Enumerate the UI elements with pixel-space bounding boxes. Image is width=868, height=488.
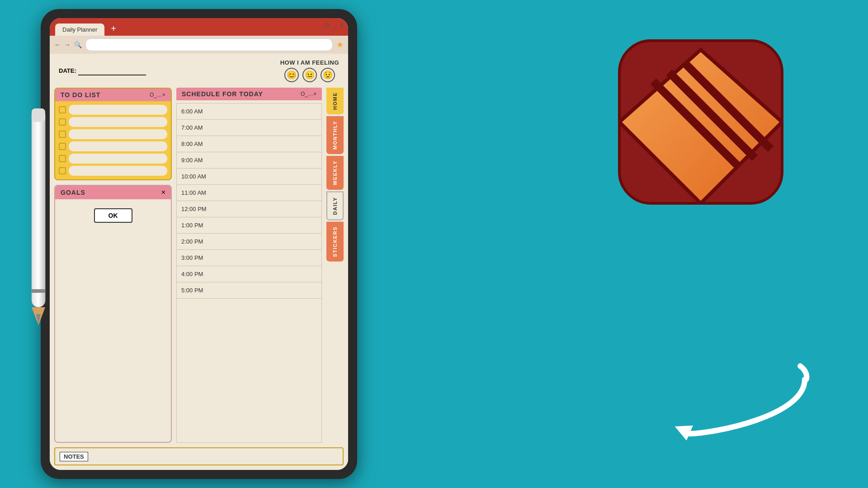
tab-label: Daily Planner xyxy=(62,26,97,33)
notes-widget[interactable]: NOTES xyxy=(54,447,344,465)
tablet-screen: Daily Planner + O _ X ← → 🔍 ★ ^ xyxy=(50,18,348,470)
todo-line[interactable] xyxy=(69,129,167,139)
add-tab-button[interactable]: + xyxy=(106,22,121,36)
todo-item xyxy=(59,166,167,176)
time-label: 8:00 AM xyxy=(177,138,217,150)
arrow xyxy=(660,352,823,452)
date-label: DATE: xyxy=(59,67,76,74)
bookmark-icon[interactable]: ★ xyxy=(336,40,344,50)
todo-title: TO DO LIST xyxy=(61,91,100,99)
app-icon xyxy=(615,36,787,208)
time-label: 9:00 AM xyxy=(177,154,217,166)
browser-toolbar: ← → 🔍 ★ xyxy=(50,36,348,54)
schedule-body[interactable]: 6:00 AM 7:00 AM 8:00 AM xyxy=(176,103,322,443)
time-label: 7:00 AM xyxy=(177,122,217,134)
date-input[interactable] xyxy=(78,66,146,75)
goals-header: GOALS × xyxy=(55,186,171,199)
goals-body: OK xyxy=(55,199,171,227)
address-bar[interactable] xyxy=(85,38,333,51)
neutral-emoji[interactable]: 😐 xyxy=(302,68,317,82)
todo-checkbox[interactable] xyxy=(59,155,66,162)
goals-close-button[interactable]: × xyxy=(161,188,165,197)
sidebar-item-monthly[interactable]: MONTHLY xyxy=(326,116,344,154)
feeling-emojis: 😊 😐 😟 xyxy=(280,68,339,82)
time-label: 5:00 PM xyxy=(177,284,217,296)
todo-item xyxy=(59,105,167,115)
browser-chrome: Daily Planner + O _ X xyxy=(50,18,348,36)
browser-tab[interactable]: Daily Planner xyxy=(55,23,104,36)
back-button[interactable]: ← xyxy=(54,41,61,48)
notes-section: NOTES xyxy=(50,447,348,470)
time-slot[interactable]: 8:00 AM xyxy=(177,136,321,152)
time-label: 12:00 PM xyxy=(177,203,217,215)
time-label: 1:00 PM xyxy=(177,219,217,231)
apple-pencil xyxy=(27,99,50,325)
time-slot[interactable]: 2:00 PM xyxy=(177,234,321,250)
time-label: 3:00 PM xyxy=(177,252,217,264)
todo-item xyxy=(59,141,167,151)
time-slot[interactable]: 5:00 PM xyxy=(177,282,321,299)
sidebar-item-weekly[interactable]: WEEKLY xyxy=(326,156,344,190)
sidebar-item-home[interactable]: HOME xyxy=(326,88,344,114)
two-columns: TO DO LIST O_…× xyxy=(50,88,348,447)
feeling-title: HOW I AM FEELING xyxy=(280,59,339,66)
browser-tabs: Daily Planner + O _ X xyxy=(55,22,343,36)
search-icon[interactable]: 🔍 xyxy=(74,41,82,48)
time-slot[interactable]: 12:00 PM xyxy=(177,201,321,217)
time-slot[interactable]: 1:00 PM xyxy=(177,217,321,234)
sidebar-item-daily[interactable]: DAILY xyxy=(326,192,344,221)
todo-item xyxy=(59,154,167,164)
tablet: Daily Planner + O _ X ← → 🔍 ★ ^ xyxy=(41,9,357,479)
time-label: 4:00 PM xyxy=(177,268,217,280)
minimize-button[interactable]: O xyxy=(325,22,329,28)
app-icon-container xyxy=(615,36,787,208)
happy-emoji[interactable]: 😊 xyxy=(284,68,299,82)
goals-widget: GOALS × OK xyxy=(54,185,172,443)
todo-widget: TO DO LIST O_…× xyxy=(54,88,172,180)
todo-checkbox[interactable] xyxy=(59,167,66,174)
time-slot[interactable]: 11:00 AM xyxy=(177,185,321,201)
todo-controls[interactable]: O_…× xyxy=(150,92,165,98)
forward-button[interactable]: → xyxy=(64,41,71,48)
todo-line[interactable] xyxy=(69,154,167,164)
todo-checkbox[interactable] xyxy=(59,131,66,138)
todo-checkbox[interactable] xyxy=(59,143,66,150)
right-sidebar: HOME MONTHLY WEEKLY DAILY STICKERS xyxy=(326,88,344,443)
todo-line[interactable] xyxy=(69,117,167,127)
svg-rect-1 xyxy=(32,108,45,122)
time-slot[interactable]: 7:00 AM xyxy=(177,120,321,136)
todo-line[interactable] xyxy=(69,141,167,151)
ok-button[interactable]: OK xyxy=(94,208,132,223)
goals-title: GOALS xyxy=(61,189,85,196)
page-content: DATE: HOW I AM FEELING 😊 😐 😟 xyxy=(50,54,348,470)
main-content: DATE: HOW I AM FEELING 😊 😐 😟 xyxy=(50,54,348,470)
todo-line[interactable] xyxy=(69,105,167,115)
page-header: DATE: HOW I AM FEELING 😊 😐 😟 xyxy=(50,54,348,88)
time-label: 10:00 AM xyxy=(177,170,217,183)
time-slot[interactable]: 3:00 PM xyxy=(177,250,321,266)
schedule-controls[interactable]: O_…× xyxy=(301,91,316,97)
time-label: 2:00 PM xyxy=(177,235,217,248)
todo-items xyxy=(55,101,171,179)
todo-item xyxy=(59,117,167,127)
schedule-title: SCHEDULE FOR TODAY xyxy=(182,90,263,98)
close-button[interactable]: X xyxy=(340,22,344,28)
todo-item xyxy=(59,129,167,139)
time-slot[interactable]: 6:00 AM xyxy=(177,103,321,120)
maximize-button[interactable]: _ xyxy=(333,22,336,28)
todo-checkbox[interactable] xyxy=(59,106,66,113)
todo-checkbox[interactable] xyxy=(59,118,66,126)
right-column: SCHEDULE FOR TODAY O_…× 6:00 AM 7:00 AM xyxy=(176,88,322,443)
feeling-section: HOW I AM FEELING 😊 😐 😟 xyxy=(280,59,339,82)
time-slot[interactable]: 9:00 AM xyxy=(177,152,321,169)
sad-emoji[interactable]: 😟 xyxy=(321,68,335,82)
schedule-header: SCHEDULE FOR TODAY O_…× xyxy=(176,88,322,100)
svg-rect-4 xyxy=(32,289,45,293)
sidebar-item-stickers[interactable]: STICKERS xyxy=(326,222,344,262)
left-column: TO DO LIST O_…× xyxy=(54,88,172,443)
time-slot[interactable]: 10:00 AM xyxy=(177,169,321,185)
todo-header: TO DO LIST O_…× xyxy=(55,89,171,101)
notes-title: NOTES xyxy=(60,452,88,461)
todo-line[interactable] xyxy=(69,166,167,176)
time-slot[interactable]: 4:00 PM xyxy=(177,266,321,282)
